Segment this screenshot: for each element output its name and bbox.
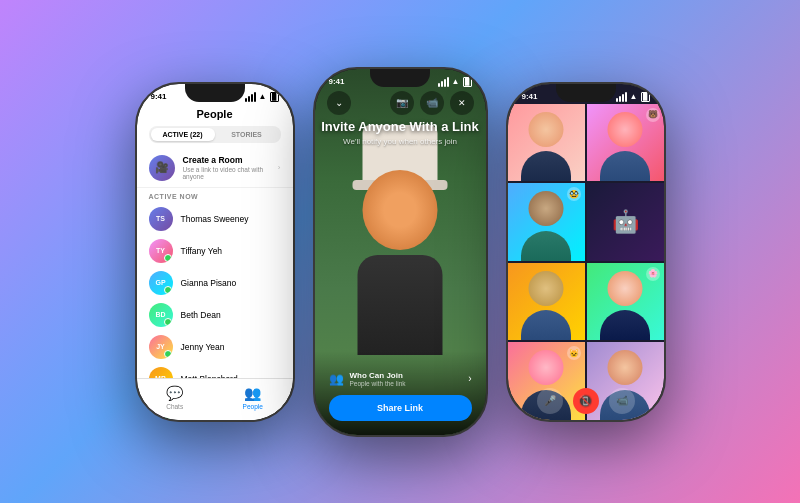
tab-people[interactable]: 👥 People (243, 385, 263, 410)
contact-beth[interactable]: BD Beth Dean (137, 299, 293, 331)
tab-bar-top: ACTIVE (22) STORIES (149, 126, 281, 143)
signal-bar-1 (245, 98, 247, 102)
left-screen: 9:41 ▲ ▊ People (137, 84, 293, 420)
room-icon: 🎥 (149, 155, 175, 181)
signal-bar-4 (254, 92, 256, 102)
avatar-jenny: JY (149, 335, 173, 359)
initials-jenny: JY (156, 343, 165, 350)
initials-thomas: TS (156, 215, 165, 222)
contact-thomas[interactable]: TS Thomas Sweeney (137, 203, 293, 235)
video-cell-1 (508, 104, 585, 182)
c-signal-4 (447, 77, 449, 87)
body-6 (600, 310, 650, 340)
who-subtitle: People with the link (350, 380, 406, 387)
video-cell-5 (508, 263, 585, 341)
face-2 (608, 112, 643, 147)
c-signal-3 (444, 79, 446, 87)
room-title: Create a Room (183, 155, 270, 165)
right-time: 9:41 (522, 92, 538, 101)
face-5 (529, 271, 564, 306)
battery-icon: ▊ (270, 92, 279, 102)
name-tiffany: Tiffany Yeh (181, 246, 223, 256)
filter-icon-3: 🥸 (567, 187, 581, 201)
person-in-call (325, 115, 475, 355)
room-subtitle: Use a link to video chat with anyone (183, 166, 270, 180)
end-call-button[interactable]: 📵 (573, 388, 599, 414)
video-toggle-icon: 📹 (616, 395, 628, 406)
face-8 (608, 350, 643, 385)
body-3 (521, 231, 571, 261)
right-status-icons: ▲ ▊ (616, 92, 650, 102)
filter-icon-7: 🐱 (567, 346, 581, 360)
share-link-button[interactable]: Share Link (329, 395, 472, 421)
active-badge-tiffany (164, 254, 172, 262)
who-can-join: 👥 Who Can Join People with the link › (329, 371, 472, 387)
tab-chats[interactable]: 💬 Chats (166, 385, 183, 410)
contact-jenny[interactable]: JY Jenny Yean (137, 331, 293, 363)
signal-bar-2 (248, 96, 250, 102)
top-right-btns: 📷 📹 ✕ (390, 91, 474, 115)
initials-tiffany: TY (156, 247, 165, 254)
who-title: Who Can Join (350, 371, 406, 380)
video-cell-2: 🐻 (587, 104, 664, 182)
name-beth: Beth Dean (181, 310, 221, 320)
chevron-right-icon: › (278, 163, 281, 172)
section-label: ACTIVE NOW (137, 188, 293, 203)
center-battery-icon: ▊ (463, 77, 472, 87)
video-button[interactable]: 📹 (420, 91, 444, 115)
body (358, 255, 443, 355)
who-chevron-icon: › (468, 373, 471, 384)
people-title: People (196, 108, 232, 120)
video-icon: 📹 (426, 97, 438, 108)
camera-button[interactable]: 📷 (390, 91, 414, 115)
back-button[interactable]: ⌄ (327, 91, 351, 115)
chats-label: Chats (166, 403, 183, 410)
person-6: 🌸 (587, 263, 664, 341)
wifi-icon: ▲ (259, 92, 267, 101)
signal-bars (245, 92, 256, 102)
person-3: 🥸 (508, 183, 585, 261)
contact-tiffany[interactable]: TY Tiffany Yeh (137, 235, 293, 267)
name-jenny: Jenny Yean (181, 342, 225, 352)
contact-gianna[interactable]: GP Gianna Pisano (137, 267, 293, 299)
close-icon: ✕ (458, 98, 466, 108)
tab-active[interactable]: ACTIVE (22) (151, 128, 215, 141)
video-cell-6: 🌸 (587, 263, 664, 341)
tab-stories[interactable]: STORIES (215, 128, 279, 141)
mute-button[interactable]: 🎤 (537, 388, 563, 414)
c-signal-1 (438, 83, 440, 87)
r-signal-3 (622, 94, 624, 102)
call-controls: 🎤 📵 📹 (508, 388, 664, 414)
people-join-icon: 👥 (329, 372, 344, 386)
center-status-icons: ▲ ▊ (438, 77, 472, 87)
r-signal-4 (625, 92, 627, 102)
right-phone: 9:41 ▲ ▊ (506, 82, 666, 422)
right-wifi-icon: ▲ (630, 92, 638, 101)
phones-container: 9:41 ▲ ▊ People (115, 47, 686, 457)
left-phone: 9:41 ▲ ▊ People (135, 82, 295, 422)
camera-icon: 📷 (396, 97, 408, 108)
center-wifi-icon: ▲ (452, 77, 460, 86)
chevron-down-icon: ⌄ (335, 97, 343, 108)
initials-beth: BD (155, 311, 165, 318)
face-7 (529, 350, 564, 385)
close-button[interactable]: ✕ (450, 91, 474, 115)
name-thomas: Thomas Sweeney (181, 214, 249, 224)
c-signal-2 (441, 81, 443, 87)
person-5 (508, 263, 585, 341)
avatar-gianna: GP (149, 271, 173, 295)
body-1 (521, 151, 571, 181)
active-badge-gianna (164, 286, 172, 294)
create-room-row[interactable]: 🎥 Create a Room Use a link to video chat… (137, 149, 293, 188)
toggle-video-button[interactable]: 📹 (609, 388, 635, 414)
r-signal-1 (616, 98, 618, 102)
people-label: People (243, 403, 263, 410)
initials-gianna: GP (155, 279, 165, 286)
video-cell-4: 🤖 (587, 183, 664, 261)
who-left: 👥 Who Can Join People with the link (329, 371, 406, 387)
center-top-bar: ⌄ 📷 📹 ✕ (315, 91, 486, 115)
bottom-tab-bar: 💬 Chats 👥 People (137, 378, 293, 420)
video-grid: 🐻 🥸 🤖 (508, 104, 664, 420)
mic-icon: 🎤 (544, 395, 556, 406)
filter-icon-2: 🐻 (646, 108, 660, 122)
